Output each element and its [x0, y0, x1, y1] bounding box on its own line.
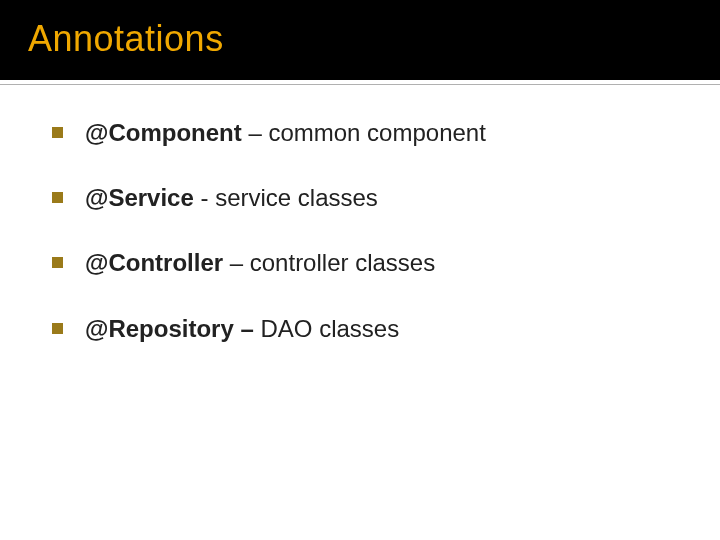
bullet-icon: [52, 127, 63, 138]
bullet-icon: [52, 323, 63, 334]
annotation-desc: DAO classes: [260, 315, 399, 342]
list-item: @Controller – controller classes: [52, 247, 680, 278]
slide-header: Annotations: [0, 0, 720, 80]
annotation-desc: service classes: [215, 184, 378, 211]
list-item: @Service - service classes: [52, 182, 680, 213]
annotation-name: @Controller: [85, 249, 223, 276]
bullet-icon: [52, 192, 63, 203]
list-item-text: @Service - service classes: [85, 182, 378, 213]
separator: –: [223, 249, 250, 276]
slide: Annotations @Component – common componen…: [0, 0, 720, 540]
bullet-icon: [52, 257, 63, 268]
annotation-name: @Service: [85, 184, 194, 211]
separator: -: [194, 184, 215, 211]
annotation-name: @Repository –: [85, 315, 254, 342]
list-item-text: @Component – common component: [85, 117, 486, 148]
annotation-desc: controller classes: [250, 249, 435, 276]
list-item-text: @Controller – controller classes: [85, 247, 435, 278]
separator: –: [242, 119, 269, 146]
annotation-name: @Component: [85, 119, 242, 146]
slide-body: @Component – common component @Service -…: [0, 85, 720, 540]
list-item-text: @Repository – DAO classes: [85, 313, 399, 344]
annotation-desc: common component: [268, 119, 485, 146]
slide-title: Annotations: [28, 18, 720, 60]
list-item: @Repository – DAO classes: [52, 313, 680, 344]
list-item: @Component – common component: [52, 117, 680, 148]
